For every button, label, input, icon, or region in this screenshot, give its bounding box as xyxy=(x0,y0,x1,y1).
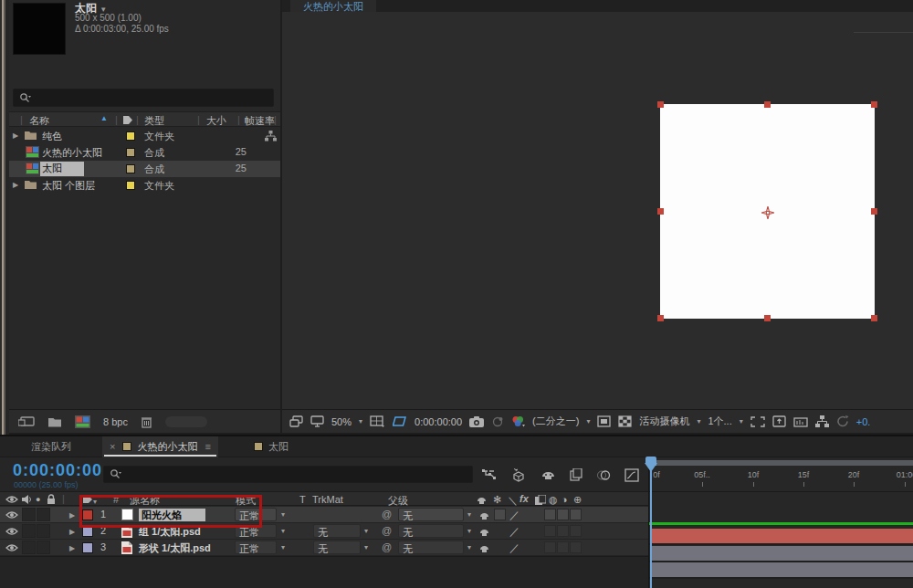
item-name[interactable]: 太阳 个图层 xyxy=(42,179,95,193)
selection-handle[interactable] xyxy=(657,208,664,215)
parent-select[interactable]: 无 xyxy=(398,524,464,538)
eye-icon[interactable] xyxy=(5,495,18,504)
selection-handle[interactable] xyxy=(764,315,771,321)
collapse-switch-icon[interactable]: ✻ xyxy=(493,494,501,506)
tab-render-queue[interactable]: 渲染队列 xyxy=(9,436,93,457)
always-preview-icon[interactable] xyxy=(289,415,303,427)
column-type[interactable]: 类型 xyxy=(144,114,164,128)
lock-icon[interactable] xyxy=(47,494,56,505)
layer-name[interactable]: 形状 1/太阳.psd xyxy=(139,541,211,554)
export-frame-icon[interactable] xyxy=(772,415,786,427)
grid-guides-icon[interactable] xyxy=(370,415,385,427)
reset-exposure-icon[interactable] xyxy=(836,415,849,427)
chevron-down-icon[interactable]: ▾ xyxy=(359,417,362,425)
anchor-point-icon[interactable] xyxy=(761,206,774,219)
shy-switch-icon[interactable] xyxy=(478,527,490,537)
column-parent[interactable]: 父级 xyxy=(388,494,408,508)
audio-icon[interactable] xyxy=(21,494,32,505)
transparency-grid-icon[interactable] xyxy=(618,415,632,427)
quality-switch[interactable]: ／ xyxy=(509,541,519,554)
layer-bar-1[interactable] xyxy=(650,529,913,543)
footer-scrollbar[interactable] xyxy=(165,416,207,427)
trkmat-select[interactable]: 无 xyxy=(313,541,361,554)
chevron-down-icon[interactable]: ▾ xyxy=(697,417,700,425)
parent-select[interactable]: 无 xyxy=(398,508,464,521)
expand-triangle-icon[interactable]: ▶ xyxy=(13,181,18,189)
eye-icon[interactable] xyxy=(5,543,18,552)
viewer-tab-hot-sun[interactable]: 火热的小太阳 xyxy=(290,0,376,12)
label-color-swatch[interactable] xyxy=(126,131,135,141)
selection-handle[interactable] xyxy=(871,208,877,215)
selection-handle[interactable] xyxy=(764,101,771,108)
bit-depth-indicator[interactable]: 8 bpc xyxy=(103,416,128,427)
chevron-down-icon[interactable]: ▾ xyxy=(467,510,471,519)
timeline-track-area[interactable]: 0f 05f.. 10f 15f 20f 01:00 xyxy=(648,458,913,588)
fx-switch-icon[interactable]: fx xyxy=(519,493,529,504)
playhead[interactable] xyxy=(645,457,657,588)
expand-triangle-icon[interactable]: ▶ xyxy=(69,511,75,520)
item-name[interactable]: 纯色 xyxy=(42,130,62,143)
quality-switch[interactable]: ／ xyxy=(509,525,519,538)
chevron-down-icon[interactable]: ▾ xyxy=(586,417,590,425)
region-of-interest-icon[interactable] xyxy=(750,416,765,427)
selection-handle[interactable] xyxy=(871,101,877,108)
quality-switch[interactable]: ／ xyxy=(509,509,519,521)
chevron-down-icon[interactable]: ▾ xyxy=(740,417,743,425)
item-name[interactable]: 火热的小太阳 xyxy=(42,146,102,160)
mask-roi-icon[interactable] xyxy=(393,415,407,427)
work-area-bar[interactable] xyxy=(649,460,913,466)
new-folder-icon[interactable] xyxy=(47,416,62,427)
project-row-sun-comp-selected[interactable]: 太阳 合成 25 xyxy=(9,161,280,177)
selection-handle[interactable] xyxy=(871,315,877,321)
label-color-swatch[interactable] xyxy=(126,181,135,190)
shy-switch-icon[interactable] xyxy=(476,495,488,505)
sort-arrow-icon[interactable]: ▲ xyxy=(100,114,108,122)
project-row-sun-layers-folder[interactable]: ▶ 太阳 个图层 文件夹 xyxy=(9,177,280,194)
shy-switch-icon[interactable] xyxy=(478,543,490,553)
timeline-panel-icon[interactable] xyxy=(793,415,808,427)
resolution-select[interactable]: (二分之一) xyxy=(532,415,579,428)
column-size[interactable]: 大小 xyxy=(206,114,226,128)
layer-bar-3[interactable] xyxy=(650,562,913,577)
project-row-hot-sun-comp[interactable]: 火热的小太阳 合成 25 xyxy=(9,144,280,161)
panel-menu-icon[interactable]: ≡ xyxy=(205,441,210,452)
shy-switch-icon[interactable] xyxy=(478,510,490,520)
project-search-input[interactable] xyxy=(13,89,274,107)
magnification-select[interactable]: 50% xyxy=(331,416,352,427)
label-color-swatch[interactable] xyxy=(126,164,135,173)
expand-triangle-icon[interactable]: ▶ xyxy=(13,131,18,140)
motion-blur-icon[interactable] xyxy=(597,469,611,481)
project-table-header[interactable]: | 名称 ▲ | | 类型 | 大小 | 帧速率 | xyxy=(9,111,280,127)
column-t[interactable]: T xyxy=(299,494,306,505)
label-color-swatch[interactable] xyxy=(126,148,135,157)
snapshot-camera-icon[interactable] xyxy=(469,416,484,427)
show-snapshot-icon[interactable] xyxy=(491,416,504,427)
selection-handle[interactable] xyxy=(657,315,664,321)
interpret-footage-icon[interactable] xyxy=(18,415,35,427)
column-name[interactable]: 名称 xyxy=(29,114,49,128)
current-time-display[interactable]: 0:00:00:00 xyxy=(13,461,102,480)
graph-editor-icon[interactable] xyxy=(624,468,639,482)
expand-triangle-icon[interactable]: ▶ xyxy=(69,528,75,536)
column-trkmat[interactable]: TrkMat xyxy=(312,494,343,505)
chevron-down-icon[interactable]: ▾ xyxy=(281,527,285,535)
trash-icon[interactable] xyxy=(141,415,152,428)
composition-canvas-layer[interactable] xyxy=(660,104,875,319)
layer-row-3[interactable]: ▶ 3 形状 1/太阳.psd 正常 ▾ 无 ▾ @ 无 ▾ ／ xyxy=(0,540,648,556)
label-tag-icon[interactable] xyxy=(122,115,133,125)
frame-blend-switch-icon[interactable] xyxy=(535,495,546,505)
layer-label-swatch[interactable] xyxy=(82,542,93,553)
channel-rgb-icon[interactable] xyxy=(511,415,525,427)
parent-pickwhip-icon[interactable]: @ xyxy=(382,509,392,521)
main-monitor-icon[interactable] xyxy=(310,415,324,427)
preview-timecode[interactable]: 0:00:00:00 xyxy=(415,416,462,427)
layer-bar-2[interactable] xyxy=(650,546,913,561)
chevron-down-icon[interactable]: ▾ xyxy=(467,527,471,535)
motion-blur-switch-icon[interactable]: ◍ xyxy=(549,494,558,506)
timeline-search-input[interactable] xyxy=(103,466,473,483)
eye-icon[interactable] xyxy=(5,510,18,520)
parent-pickwhip-icon[interactable]: @ xyxy=(382,525,392,538)
chevron-down-icon[interactable]: ▾ xyxy=(281,510,285,519)
chevron-down-icon[interactable]: ▾ xyxy=(364,527,368,535)
chevron-down-icon[interactable]: ▾ xyxy=(364,543,368,551)
